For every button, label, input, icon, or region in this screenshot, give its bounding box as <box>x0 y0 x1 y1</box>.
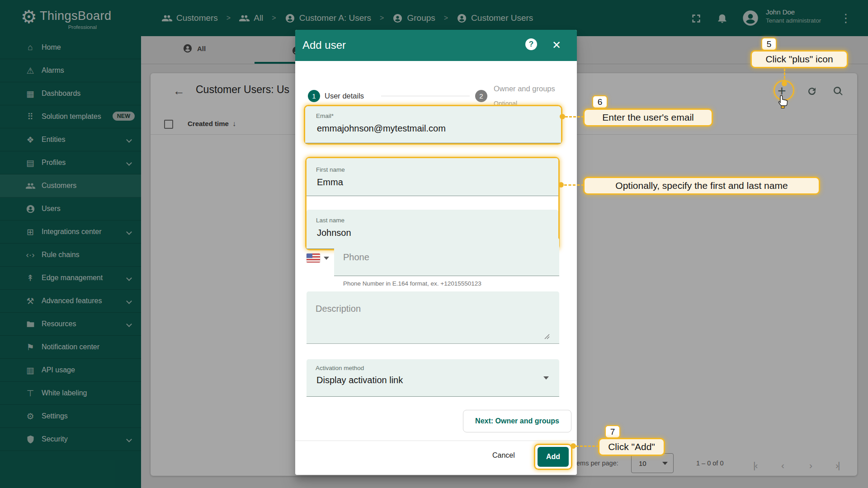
annotation-connector <box>576 446 599 447</box>
email-highlight: Email* emmajohnson@mytestmail.com <box>304 105 562 145</box>
annotation-step-number: 6 <box>592 95 608 108</box>
stepper-connector <box>381 96 470 96</box>
email-label: Email* <box>316 113 334 119</box>
chevron-down-icon <box>543 376 549 380</box>
hand-cursor-icon <box>777 93 789 110</box>
description-placeholder: Description <box>316 304 361 314</box>
dialog-footer-divider <box>295 441 577 441</box>
annotation-connector <box>564 184 584 186</box>
annotation-names-note: Optionally, specify the first and last n… <box>583 177 820 195</box>
step-2-label: Owner and groups <box>494 84 555 93</box>
first-name-label: First name <box>316 166 345 173</box>
us-flag-icon <box>307 253 320 263</box>
phone-hint: Phone Number in E.164 format, ex. +12015… <box>343 280 481 287</box>
thingsboard-app: ⚙ ThingsBoard Professional Customers>All… <box>0 0 868 488</box>
dialog-title: Add user <box>302 39 346 52</box>
activation-method-label: Activation method <box>316 365 364 371</box>
annotation-dot <box>571 443 576 449</box>
last-name-value: Johnson <box>317 228 351 238</box>
email-value: emmajohnson@mytestmail.com <box>317 123 446 134</box>
phone-country-select[interactable] <box>307 250 330 266</box>
cancel-button[interactable]: Cancel <box>492 451 515 460</box>
first-name-value: Emma <box>317 177 343 188</box>
annotation-step-number: 7 <box>605 425 620 438</box>
step-2-indicator[interactable]: 2 <box>475 90 487 102</box>
annotation-dot <box>560 114 565 119</box>
annotation-click-plus: Click "plus" icon <box>750 50 848 68</box>
annotation-click-add: Click "Add" <box>598 438 665 456</box>
close-icon[interactable]: ✕ <box>552 39 561 52</box>
phone-field[interactable]: Phone <box>334 238 559 276</box>
resize-handle-icon[interactable] <box>544 333 550 341</box>
description-field[interactable]: Description <box>307 291 559 344</box>
next-owner-groups-button[interactable]: Next: Owner and groups <box>463 410 571 432</box>
step-1-indicator: 1 <box>308 90 320 102</box>
annotation-enter-email: Enter the user's email <box>583 108 713 127</box>
activation-method-select[interactable]: Activation method Display activation lin… <box>307 359 559 397</box>
step-1-label: User details <box>325 92 364 100</box>
chevron-down-icon <box>324 257 329 260</box>
email-field[interactable]: Email* emmajohnson@mytestmail.com <box>305 106 561 143</box>
activation-method-value: Display activation link <box>316 375 403 385</box>
help-icon[interactable]: ? <box>525 38 537 50</box>
annotation-connector <box>565 116 584 117</box>
names-highlight: First name Emma Last name Johnson <box>305 157 560 250</box>
add-button[interactable]: Add <box>538 447 569 467</box>
first-name-field[interactable]: First name Emma <box>307 158 558 196</box>
annotation-dot <box>558 182 564 188</box>
phone-placeholder: Phone <box>343 252 369 263</box>
last-name-label: Last name <box>316 217 344 224</box>
annotation-step-number: 5 <box>761 38 777 51</box>
